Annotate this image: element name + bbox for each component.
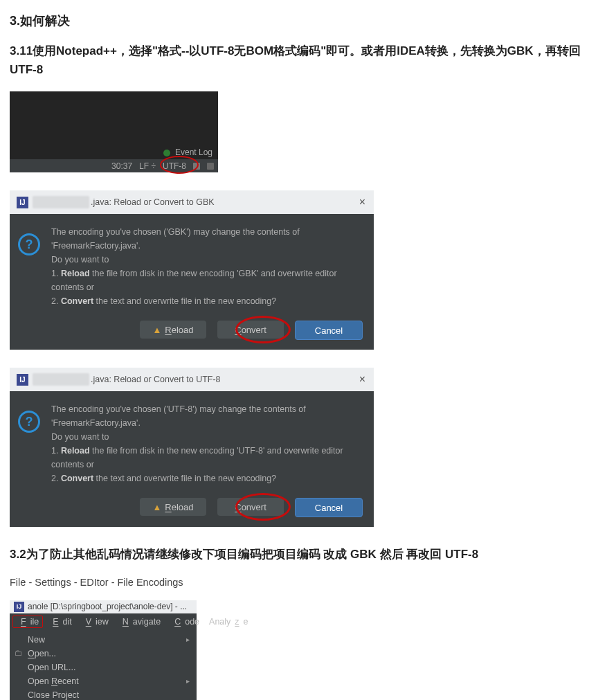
window-titlebar: IJ anole [D:\springboot_project\anole-de… (10, 600, 197, 613)
dialog-title: .java: Reload or Convert to UTF-8 (91, 375, 221, 384)
menu-item-close-project[interactable]: Close Project (10, 688, 197, 700)
warning-icon: ▲ (152, 502, 161, 512)
heading-32: 3.2为了防止其他乱码情况请继续修改下项目编码把项目编码 改成 GBK 然后 再… (10, 545, 606, 564)
menu-view[interactable]: View (78, 616, 113, 628)
submenu-arrow-icon: ▸ (186, 636, 190, 643)
intellij-icon: IJ (17, 197, 28, 208)
dialog-titlebar: IJ .java: Reload or Convert to UTF-8 × (10, 368, 374, 391)
close-icon[interactable]: × (359, 196, 365, 208)
menu-item-new[interactable]: New▸ (10, 633, 197, 647)
settings-path: File - Settings - EDItor - File Encoding… (10, 577, 606, 588)
inspection-icon (207, 163, 214, 170)
window-title: anole [D:\springboot_project\anole-dev] … (28, 602, 187, 611)
menubar: File Edit View Navigate Code Analyze (10, 613, 197, 630)
msg-line3: 2. Convert the text and overwrite file i… (51, 472, 363, 485)
msg-line1: The encoding you've chosen ('GBK') may c… (51, 225, 363, 253)
msg-line3: 2. Convert the text and overwrite file i… (51, 294, 363, 308)
msg-line2: 1. Reload the file from disk in the new … (51, 444, 363, 472)
convert-utf8-dialog: IJ .java: Reload or Convert to UTF-8 × ?… (10, 368, 374, 527)
cancel-button[interactable]: Cancel (295, 498, 363, 517)
caret-position: 30:37 (111, 161, 132, 171)
msg-line1b: Do you want to (51, 253, 363, 267)
heading-311: 3.11使用Notepad++，选择"格式--以UTF-8无BOM格式编码"即可… (10, 42, 606, 79)
line-separator: LF ÷ (139, 161, 156, 171)
heading-3: 3.如何解决 (10, 12, 606, 29)
question-icon: ? (18, 233, 40, 255)
folder-icon: 🗀 (14, 648, 24, 658)
ide-statusbar-screenshot: Event Log 30:37 LF ÷ UTF-8 (10, 91, 218, 172)
msg-line2: 1. Reload the file from disk in the new … (51, 267, 363, 294)
dialog-message: The encoding you've chosen ('GBK') may c… (51, 225, 363, 308)
intellij-icon: IJ (14, 602, 24, 612)
menu-file[interactable]: File (12, 616, 43, 628)
question-icon: ? (18, 411, 40, 433)
file-menu-screenshot: IJ anole [D:\springboot_project\anole-de… (10, 600, 197, 700)
dialog-titlebar: IJ .java: Reload or Convert to GBK × (10, 190, 374, 214)
submenu-arrow-icon: ▸ (186, 677, 190, 685)
cancel-button[interactable]: Cancel (295, 321, 363, 340)
dialog-message: The encoding you've chosen ('UTF-8') may… (51, 402, 363, 485)
notification-dot-icon (163, 150, 170, 156)
msg-line1: The encoding you've chosen ('UTF-8') may… (51, 402, 363, 430)
reload-button[interactable]: ▲ Reload (140, 321, 206, 339)
menu-analyze[interactable]: Analyze (205, 616, 252, 628)
convert-button[interactable]: Convert (217, 321, 284, 339)
convert-gbk-dialog: IJ .java: Reload or Convert to GBK × ? T… (10, 190, 374, 350)
warning-icon: ▲ (152, 325, 161, 335)
intellij-icon: IJ (17, 374, 28, 386)
menu-edit[interactable]: Edit (44, 616, 76, 628)
reload-button[interactable]: ▲ Reload (140, 498, 206, 516)
blurred-filename (33, 373, 89, 386)
menu-item-open[interactable]: 🗀 Open... (10, 647, 197, 661)
msg-line1b: Do you want to (51, 430, 363, 444)
dialog-title: .java: Reload or Convert to GBK (91, 197, 215, 207)
menu-code[interactable]: Code (166, 616, 203, 628)
close-icon[interactable]: × (359, 373, 365, 386)
convert-button[interactable]: Convert (217, 498, 284, 516)
menu-navigate[interactable]: Navigate (114, 616, 165, 628)
menu-item-open-url[interactable]: Open URL... (10, 661, 197, 674)
menu-item-open-recent[interactable]: Open Recent▸ (10, 674, 197, 688)
file-menu-dropdown: New▸ 🗀 Open... Open URL... Open Recent▸ … (10, 630, 197, 700)
blurred-filename (33, 196, 89, 208)
